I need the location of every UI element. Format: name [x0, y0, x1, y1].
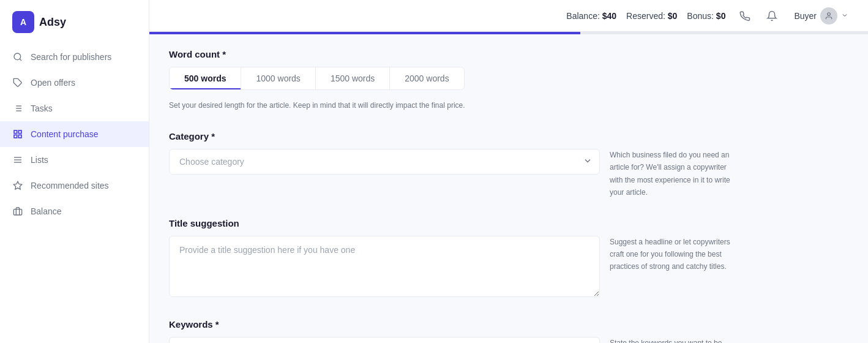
word-count-label: Word count *	[169, 49, 732, 59]
svg-point-18	[828, 12, 831, 15]
wallet-icon	[12, 206, 23, 217]
keywords-input[interactable]	[169, 337, 600, 343]
category-label: Category *	[169, 131, 732, 141]
sidebar-item-label: Tasks	[31, 104, 53, 113]
user-avatar	[820, 7, 837, 24]
svg-rect-11	[14, 135, 17, 138]
svg-rect-17	[13, 209, 21, 215]
bonus-text: Bonus: $0	[687, 11, 725, 21]
logo-text: Adsy	[39, 16, 66, 29]
tasks-icon	[12, 103, 23, 114]
sidebar-item-label: Recommended sites	[31, 181, 109, 190]
form-content: Word count * 500 words 1000 words 1500 w…	[149, 34, 868, 343]
sidebar: A Adsy Search for publishers Open offers…	[0, 0, 149, 343]
title-textarea[interactable]	[169, 236, 600, 297]
title-section: Title suggestion Suggest a headline or l…	[169, 218, 732, 300]
svg-rect-12	[18, 135, 21, 138]
logo: A Adsy	[0, 0, 149, 44]
word-btn-1000[interactable]: 1000 words	[241, 67, 315, 89]
sidebar-nav: Search for publishers Open offers Tasks …	[0, 44, 149, 224]
keywords-field-row: State the keywords you want to be includ…	[169, 337, 732, 343]
category-select[interactable]: Choose category	[169, 149, 600, 175]
category-select-wrapper: Choose category	[169, 149, 600, 175]
word-btn-500[interactable]: 500 words	[170, 67, 241, 89]
sidebar-item-lists[interactable]: Lists	[0, 147, 149, 173]
reserved-text: Reserved: $0	[626, 11, 677, 21]
notifications-button[interactable]	[762, 6, 782, 26]
sidebar-item-label: Balance	[31, 206, 62, 216]
title-hint: Suggest a headline or let copywriters cr…	[610, 236, 732, 273]
category-field-col: Choose category	[169, 149, 600, 175]
title-field-col	[169, 236, 600, 300]
star-icon	[12, 180, 23, 191]
topbar-icons: Buyer	[735, 5, 853, 27]
svg-rect-10	[18, 130, 21, 134]
balance-text: Balance: $40	[566, 11, 616, 21]
word-count-section: Word count * 500 words 1000 words 1500 w…	[169, 49, 732, 111]
sidebar-item-open-offers[interactable]: Open offers	[0, 70, 149, 96]
balance-info: Balance: $40 Reserved: $0 Bonus: $0	[566, 11, 725, 21]
phone-button[interactable]	[735, 6, 755, 26]
sidebar-item-label: Search for publishers	[31, 52, 111, 62]
word-count-hint: Set your desired length for the article.…	[169, 100, 465, 111]
search-icon	[12, 51, 23, 62]
category-hint: Which business filed do you need an arti…	[610, 149, 732, 198]
sidebar-item-content-purchase[interactable]: Content purchase	[0, 121, 149, 147]
user-menu[interactable]: Buyer	[789, 5, 853, 27]
main-area: Balance: $40 Reserved: $0 Bonus: $0 Buye…	[149, 0, 868, 343]
tag-icon	[12, 77, 23, 88]
sidebar-item-label: Lists	[31, 155, 48, 165]
word-btn-2000[interactable]: 2000 words	[390, 67, 463, 89]
progress-bar-container	[149, 32, 868, 34]
user-label: Buyer	[794, 11, 817, 21]
list-icon	[12, 154, 23, 165]
topbar: Balance: $40 Reserved: $0 Bonus: $0 Buye…	[149, 0, 868, 32]
sidebar-item-recommended-sites[interactable]: Recommended sites	[0, 173, 149, 198]
category-field-row: Choose category Which business filed do …	[169, 149, 732, 198]
keywords-label: Keywords *	[169, 319, 732, 330]
keywords-field-col	[169, 337, 600, 343]
title-label: Title suggestion	[169, 218, 732, 228]
sidebar-item-search-publishers[interactable]: Search for publishers	[0, 44, 149, 70]
sidebar-item-balance[interactable]: Balance	[0, 198, 149, 224]
logo-icon: A	[12, 11, 34, 33]
grid-icon	[12, 129, 23, 140]
svg-point-0	[14, 53, 21, 60]
svg-line-1	[20, 59, 21, 61]
word-count-group: 500 words 1000 words 1500 words 2000 wor…	[169, 67, 465, 90]
form-area: Word count * 500 words 1000 words 1500 w…	[169, 49, 732, 328]
progress-bar-fill	[149, 32, 580, 34]
keywords-hint: State the keywords you want to be includ…	[610, 337, 732, 343]
word-btn-1500[interactable]: 1500 words	[316, 67, 390, 89]
sidebar-item-tasks[interactable]: Tasks	[0, 96, 149, 121]
svg-marker-16	[13, 181, 21, 189]
sidebar-item-label: Content purchase	[31, 129, 99, 139]
chevron-down-icon	[841, 11, 848, 21]
keywords-section: Keywords * State the keywords you want t…	[169, 319, 732, 343]
category-section: Category * Choose category	[169, 131, 732, 198]
title-field-row: Suggest a headline or let copywriters cr…	[169, 236, 732, 300]
svg-rect-9	[14, 130, 17, 134]
sidebar-item-label: Open offers	[31, 78, 75, 88]
